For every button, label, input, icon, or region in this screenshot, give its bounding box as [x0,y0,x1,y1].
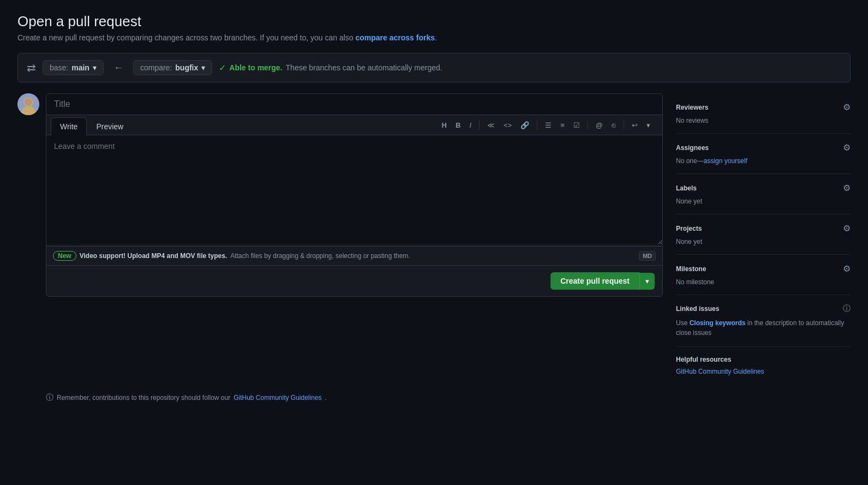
reviewers-section: Reviewers ⚙ No reviews [676,93,851,134]
labels-gear-button[interactable]: ⚙ [843,183,851,193]
link-button[interactable]: 🔗 [517,119,532,131]
reference-icon: ⎋ [612,121,616,129]
milestone-header: Milestone ⚙ [676,264,851,274]
assignees-title: Assignees [676,144,709,152]
upload-text-rest: Attach files by dragging & dropping, sel… [230,252,410,260]
merge-checkmark-icon: ✓ [219,63,226,73]
editor-tabs: Write Preview H B I [46,115,662,135]
undo-dropdown-button[interactable]: ▾ [643,119,654,131]
pr-title-input[interactable]: created file3 [46,94,662,115]
task-list-button[interactable]: ☑ [570,119,583,131]
assignees-prefix: No one— [676,157,704,165]
guidelines-note: ⓘ Remember, contributions to this reposi… [46,393,851,403]
undo-button[interactable]: ↩ [628,119,641,131]
svg-point-3 [25,98,32,106]
github-community-guidelines-link[interactable]: GitHub Community Guidelines [676,368,851,375]
write-tab[interactable]: Write [51,117,87,135]
quote-button[interactable]: ≪ [484,119,498,131]
toolbar-divider-4 [624,121,624,129]
milestone-title: Milestone [676,265,706,273]
reference-button[interactable]: ⎋ [608,119,619,131]
base-branch-name: main [71,63,89,72]
projects-header: Projects ⚙ [676,223,851,233]
labels-header: Labels ⚙ [676,183,851,193]
milestone-value: No milestone [676,278,851,286]
compare-icon: ⇄ [27,61,36,74]
linked-issues-info-icon: ⓘ [843,304,851,314]
actions-row: Create pull request ▾ [46,265,662,296]
projects-gear-button[interactable]: ⚙ [843,223,851,233]
toolbar-divider-2 [537,121,537,129]
closing-keywords-link[interactable]: Closing keywords [690,319,746,327]
unordered-list-icon: ☰ [545,121,552,129]
mention-icon: @ [596,121,603,129]
helpful-resources-title: Helpful resources [676,356,731,363]
compare-dropdown-icon: ▾ [201,63,205,72]
create-pull-request-button[interactable]: Create pull request [550,272,639,290]
page-title: Open a pull request [17,13,851,30]
linked-issues-section: Linked issues ⓘ Use Closing keywords in … [676,295,851,347]
new-badge: New [53,251,76,261]
base-label: base: [50,63,68,72]
quote-icon: ≪ [487,121,495,129]
comment-textarea[interactable] [46,135,662,244]
code-button[interactable]: <> [500,119,515,131]
undo-dropdown-icon: ▾ [646,121,650,129]
pr-form: created file3 Write Preview H B I [46,93,663,297]
markdown-icon: MD [639,251,656,261]
labels-title: Labels [676,184,697,192]
reviewers-value: No reviews [676,117,851,124]
compare-forks-link[interactable]: compare across forks [355,33,435,42]
bold-button[interactable]: B [452,119,464,131]
ordered-list-icon: ≡ [560,121,565,129]
milestone-section: Milestone ⚙ No milestone [676,255,851,295]
subtitle-text: Create a new pull request by comparing c… [17,33,354,42]
page-subtitle: Create a new pull request by comparing c… [17,33,851,42]
unordered-list-button[interactable]: ☰ [542,119,555,131]
task-list-icon: ☑ [573,121,580,129]
base-dropdown-icon: ▾ [93,63,97,72]
linked-issues-desc: Use Closing keywords in the description … [676,318,851,338]
reviewers-header: Reviewers ⚙ [676,102,851,112]
linked-issues-title: Linked issues [676,305,719,313]
projects-value: None yet [676,238,851,246]
upload-text-bold: Video support! Upload MP4 and MOV file t… [80,252,227,260]
avatar-image [17,93,39,115]
merge-status: ✓ Able to merge. These branches can be a… [219,63,442,73]
assign-yourself-link[interactable]: assign yourself [704,157,747,165]
labels-value: None yet [676,197,851,205]
preview-tab[interactable]: Preview [87,117,133,135]
helpful-resources-section: Helpful resources GitHub Community Guide… [676,347,851,384]
heading-button[interactable]: H [439,119,450,131]
compare-branch-name: bugfix [175,63,198,72]
left-panel: created file3 Write Preview H B I [17,93,663,297]
mention-button[interactable]: @ [592,119,606,131]
undo-icon: ↩ [632,121,638,129]
projects-title: Projects [676,225,702,232]
avatar [17,93,39,115]
main-content: created file3 Write Preview H B I [17,93,851,384]
italic-icon: I [469,121,471,129]
assignees-header: Assignees ⚙ [676,142,851,153]
bold-icon: B [456,121,460,129]
italic-button[interactable]: I [466,119,475,131]
compare-label: compare: [140,63,172,72]
merge-rest-text: These branches can be automatically merg… [286,63,442,72]
compare-branch-button[interactable]: compare: bugfix ▾ [133,60,212,75]
right-sidebar: Reviewers ⚙ No reviews Assignees ⚙ No on… [676,93,851,384]
ordered-list-button[interactable]: ≡ [557,119,568,131]
guidelines-link[interactable]: GitHub Community Guidelines [234,394,321,402]
create-pull-request-dropdown-button[interactable]: ▾ [639,273,655,290]
toolbar-divider-1 [479,121,480,129]
projects-section: Projects ⚙ None yet [676,214,851,255]
linked-issues-prefix: Use [676,319,690,327]
subtitle-period: . [435,33,437,42]
helpful-resources-header: Helpful resources [676,356,851,363]
back-button[interactable]: ← [110,61,127,75]
editor-toolbar: H B I ≪ <> [439,119,658,131]
reviewers-gear-button[interactable]: ⚙ [843,102,851,112]
assignees-gear-button[interactable]: ⚙ [843,142,851,153]
milestone-gear-button[interactable]: ⚙ [843,264,851,274]
base-branch-button[interactable]: base: main ▾ [43,60,104,75]
assignees-section: Assignees ⚙ No one—assign yourself [676,134,851,174]
